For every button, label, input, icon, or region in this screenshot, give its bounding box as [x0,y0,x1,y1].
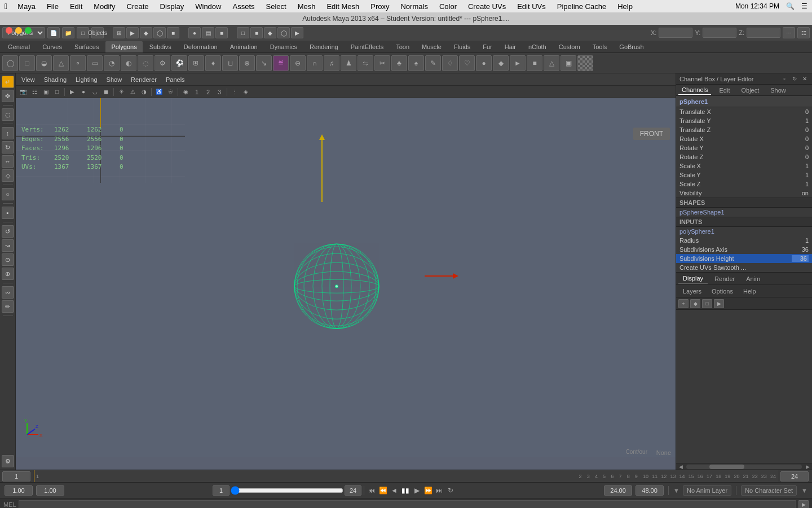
help-subtab[interactable]: Help [739,287,761,296]
attr-translate-x[interactable]: Translate X 0 [676,107,812,116]
rotate-tool[interactable]: ↻ [2,141,14,154]
char-set-dropdown[interactable]: No Character Set [741,485,797,496]
select-all[interactable]: ● [188,27,201,38]
shelf-icon-gear[interactable]: ⚙ [155,55,170,71]
shelf-icon-subdiv-proxy[interactable]: ◆ [493,55,509,71]
channels-tab[interactable]: Channels [678,85,711,95]
shelf-tab-surfaces[interactable]: Surfaces [69,41,104,52]
shelf-icon-reduce[interactable]: ♢ [442,55,458,71]
vp-icon-shaded[interactable]: ◼ [101,87,111,97]
close-button[interactable] [6,27,12,34]
select-menu[interactable]: Select [262,1,291,12]
cb-refresh-icon[interactable]: ↻ [791,75,798,83]
tool-settings[interactable]: ⚙ [2,455,14,467]
attr-radius[interactable]: Radius 1 [676,236,812,245]
renderer-menu[interactable]: Renderer [129,76,159,83]
hypershade[interactable]: ◯ [277,27,290,38]
play-back-btn[interactable]: ◄ [389,485,399,496]
window-menu[interactable]: Window [191,1,226,12]
shelf-icon-pipe[interactable]: ◐ [121,55,136,71]
shelf-icon-combine[interactable]: ⊔ [222,55,238,71]
z-coord[interactable] [747,28,780,38]
play-fwd-btn[interactable]: ▶ [412,485,422,496]
vp-icon-quick-sel[interactable]: ◈ [241,87,251,97]
shading-menu[interactable]: Shading [42,76,69,83]
timeline-ruler[interactable]: 1 2 3 4 5 6 7 8 9 10 11 12 13 14 15 16 1… [34,470,778,483]
scroll-track[interactable] [686,465,802,469]
shelf-icon-cylinder[interactable]: ◒ [36,55,52,71]
timeline-end-field[interactable]: 24 [780,471,809,481]
edit-mesh-menu[interactable]: Edit Mesh [322,1,364,12]
snap-btn-5[interactable]: ■ [167,27,179,38]
shelf-tab-painteffects[interactable]: PaintEffects [345,41,390,52]
attr-rotate-z[interactable]: Rotate Z 0 [676,152,812,161]
vp-icon-select[interactable]: ▶ [67,87,77,97]
panels-menu[interactable]: Panels [164,76,187,83]
shelf-icon-separate[interactable]: ⊕ [239,55,255,71]
shelf-tab-tools[interactable]: Tools [587,41,613,52]
universal-manip[interactable]: ◇ [2,169,14,182]
viewport-canvas[interactable]: Verts: 1262 1262 0 Edges: 2556 2556 0 Fa… [16,98,676,457]
shelf-icon-soccer[interactable]: ⚽ [171,55,187,71]
objects-toggle[interactable]: Objects [91,27,104,38]
shelf-icon-average[interactable]: ♟ [341,55,356,71]
options-subtab[interactable]: Options [707,287,738,296]
show-menu[interactable]: Show [104,76,125,83]
show-manip[interactable]: ▪ [2,207,14,219]
track-tool[interactable]: ↝ [2,239,14,252]
attr-subdivisions-height[interactable]: Subdivisions Height 36 [676,254,812,263]
search-icon[interactable]: 🔍 [786,2,795,10]
shelf-tab-muscle[interactable]: Muscle [416,41,447,52]
attr-scale-y[interactable]: Scale Y 1 [676,170,812,179]
apple-menu[interactable]:  [5,2,7,11]
edit-uvs-menu[interactable]: Edit UVs [513,1,550,12]
shelf-icon-bool-diff[interactable]: ⊖ [290,55,306,71]
shelf-tab-animation[interactable]: Animation [224,41,263,52]
attr-translate-y[interactable]: Translate Y 1 [676,116,812,125]
char-set-arrow[interactable]: ▼ [801,487,807,494]
shelf-icon-extract[interactable]: ↘ [256,55,272,71]
shelf-icon-plane[interactable]: ▭ [87,55,103,71]
scroll-left-arrow[interactable]: ◀ [677,463,684,470]
select-tool[interactable]: ↵ [2,76,14,88]
assets-menu[interactable]: Assets [228,1,259,12]
cb-dock-icon[interactable]: ▫ [780,75,788,83]
end-frame-field[interactable]: 24.00 [604,485,632,496]
render-settings[interactable]: ◆ [264,27,276,38]
shelf-icon-torus[interactable]: ⚬ [70,55,86,71]
lighting-menu[interactable]: Lighting [73,76,100,83]
shelf-icon-checker[interactable] [577,55,593,71]
step-back-btn[interactable]: ⏪ [378,485,388,496]
toolbar-btn-3[interactable]: □ [77,27,89,38]
vp-icon-shadows[interactable]: ◑ [139,87,149,97]
render-tab[interactable]: Render [710,274,739,283]
attr-create-uvs[interactable]: Create UVs Sawtooth ... [676,263,812,272]
paint-select[interactable]: ■ [215,27,228,38]
shapes-section-header[interactable]: SHAPES [676,198,812,208]
vp-icon-camera[interactable]: 📷 [18,87,28,97]
shelf-icon-proxy[interactable]: ♠ [408,55,424,71]
render-view[interactable]: ▶ [291,27,303,38]
menu-extras-icon[interactable]: ☰ [801,2,807,10]
attr-visibility[interactable]: Visibility on [676,189,812,198]
delete-layer-btn[interactable]: □ [702,299,712,308]
anim-layer-dropdown[interactable]: No Anim Layer [683,485,731,496]
proxy-menu[interactable]: Proxy [366,1,394,12]
attr-scale-x[interactable]: Scale X 1 [676,161,812,170]
shelf-icon-sculpt[interactable]: ✎ [425,55,441,71]
color-menu[interactable]: Color [435,1,461,12]
minimize-button[interactable] [15,27,22,34]
vp-icon-wire[interactable]: ◡ [90,87,100,97]
normals-menu[interactable]: Normals [396,1,432,12]
translate-tool[interactable]: ↕ [2,127,14,139]
snap-to-grid[interactable]: ⊞ [113,27,125,38]
shelf-icon-disk[interactable]: ◔ [104,55,120,71]
mel-input[interactable] [19,500,796,509]
tumble-tool[interactable]: ↺ [2,225,14,238]
snap-to-curve[interactable]: ▶ [126,27,139,38]
shelf-tab-general[interactable]: General [2,41,36,52]
vp-icon-3[interactable]: 3 [214,87,224,97]
shelf-icon-smooth[interactable]: ♬ [324,55,339,71]
shelf-tab-fur[interactable]: Fur [477,41,498,52]
shelf-tab-subdivs[interactable]: Subdivs [144,41,177,52]
